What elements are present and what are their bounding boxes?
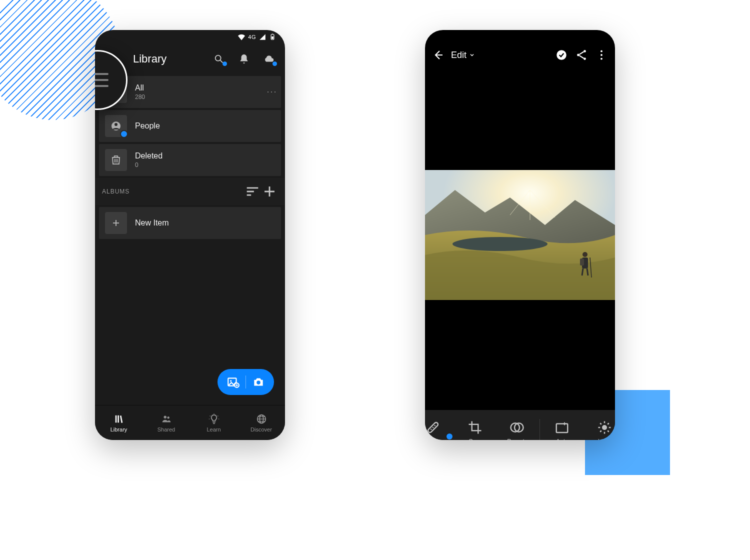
row-title: All <box>135 84 261 92</box>
hamburger-icon <box>95 73 108 87</box>
tool-light[interactable]: Light <box>584 420 615 440</box>
crop-icon <box>468 420 482 435</box>
light-icon <box>597 420 612 435</box>
edit-toolbar: Masking Healing Crop Presets Auto Ligh <box>425 410 615 440</box>
person-icon <box>105 115 127 137</box>
status-bar: 4G <box>95 30 285 44</box>
svg-point-37 <box>602 425 607 430</box>
bell-icon <box>238 54 250 64</box>
tool-healing[interactable]: Healing <box>425 420 453 440</box>
bulb-icon <box>208 414 220 424</box>
svg-point-26 <box>582 252 588 257</box>
battery-icon <box>269 34 276 40</box>
svg-rect-2 <box>272 34 273 34</box>
svg-point-12 <box>164 416 166 418</box>
tab-learn[interactable]: Learn <box>190 414 238 432</box>
plus-icon <box>261 183 278 200</box>
svg-point-18 <box>577 54 580 56</box>
album-row-new[interactable]: New Item <box>99 207 281 239</box>
library-row-people[interactable]: People <box>99 110 281 142</box>
fab-add-capture[interactable] <box>218 369 274 395</box>
back-button[interactable] <box>432 49 444 61</box>
tab-label: Shared <box>158 426 175 432</box>
albums-label: ALBUMS <box>102 188 130 195</box>
tab-label: Library <box>110 426 128 432</box>
page-title: Library <box>133 52 204 66</box>
sort-button[interactable] <box>244 183 261 200</box>
search-icon <box>214 54 224 64</box>
tab-shared[interactable]: Shared <box>142 414 190 432</box>
phone-edit: Edit <box>425 30 615 440</box>
globe-icon <box>256 414 267 424</box>
notifications-button[interactable] <box>234 49 254 69</box>
row-subtitle: 0 <box>135 162 275 168</box>
bottom-tabs: Library Shared Learn Discover <box>95 405 285 440</box>
tool-label: Crop <box>468 438 482 440</box>
add-album-button[interactable] <box>261 183 278 200</box>
library-row-deleted[interactable]: Deleted0 <box>99 144 281 176</box>
row-overflow[interactable]: ⋮ <box>269 87 275 97</box>
tool-label: Healing <box>425 438 443 440</box>
tool-presets[interactable]: Presets <box>497 420 537 440</box>
svg-point-7 <box>114 123 118 126</box>
row-subtitle: 280 <box>135 94 261 100</box>
tab-library[interactable]: Library <box>95 414 142 432</box>
svg-point-13 <box>167 416 169 418</box>
row-title: New Item <box>135 218 275 228</box>
albums-section-header: ALBUMS <box>95 178 285 205</box>
healing-icon <box>426 420 440 435</box>
edit-header: Edit <box>425 40 615 70</box>
overflow-button[interactable] <box>595 48 608 62</box>
svg-point-22 <box>600 58 602 60</box>
signal-icon <box>259 34 266 40</box>
svg-point-21 <box>600 54 602 56</box>
books-icon <box>114 414 124 424</box>
toolbar-separator <box>540 419 540 440</box>
svg-point-20 <box>600 50 602 52</box>
svg-point-16 <box>556 50 566 60</box>
plus-tile-icon <box>105 212 127 234</box>
svg-point-19 <box>584 58 586 60</box>
svg-point-33 <box>434 425 436 426</box>
tab-discover[interactable]: Discover <box>238 414 285 432</box>
cloud-sync-button[interactable] <box>259 49 279 69</box>
more-vert-icon <box>595 48 608 62</box>
tool-label: Light <box>598 438 611 440</box>
presets-icon <box>510 420 524 435</box>
tool-auto[interactable]: Auto <box>542 420 582 440</box>
tab-label: Discover <box>250 426 272 432</box>
add-photo-icon <box>226 376 240 388</box>
fab-separator <box>246 376 246 388</box>
edit-title[interactable]: Edit <box>451 50 475 60</box>
row-title: Deleted <box>135 152 275 160</box>
tab-label: Learn <box>206 426 220 432</box>
camera-icon <box>252 376 265 388</box>
check-circle-icon <box>555 48 568 62</box>
sort-icon <box>244 183 261 200</box>
network-label: 4G <box>248 34 256 40</box>
auto-icon <box>554 420 570 435</box>
people-icon <box>161 414 172 424</box>
chevron-down-icon <box>469 52 475 58</box>
svg-point-24 <box>452 237 548 251</box>
tool-label: Presets <box>507 438 528 440</box>
share-icon <box>575 48 588 62</box>
tool-label: Auto <box>556 438 568 440</box>
accept-button[interactable] <box>555 48 568 62</box>
svg-point-11 <box>256 380 260 384</box>
phone-library: 4G Library All280 ⋮ People <box>95 30 285 440</box>
photo-preview[interactable] <box>425 170 615 300</box>
row-title: People <box>135 122 275 130</box>
svg-point-9 <box>230 380 232 382</box>
tool-crop[interactable]: Crop <box>455 420 495 440</box>
svg-point-31 <box>430 429 432 430</box>
svg-rect-1 <box>272 36 274 39</box>
search-button[interactable] <box>209 49 229 69</box>
svg-point-17 <box>584 50 586 52</box>
share-button[interactable] <box>575 48 588 62</box>
trash-icon <box>105 149 127 171</box>
cloud-icon <box>264 54 274 64</box>
svg-rect-36 <box>556 424 568 433</box>
wifi-icon <box>238 34 245 40</box>
svg-point-32 <box>432 427 434 428</box>
